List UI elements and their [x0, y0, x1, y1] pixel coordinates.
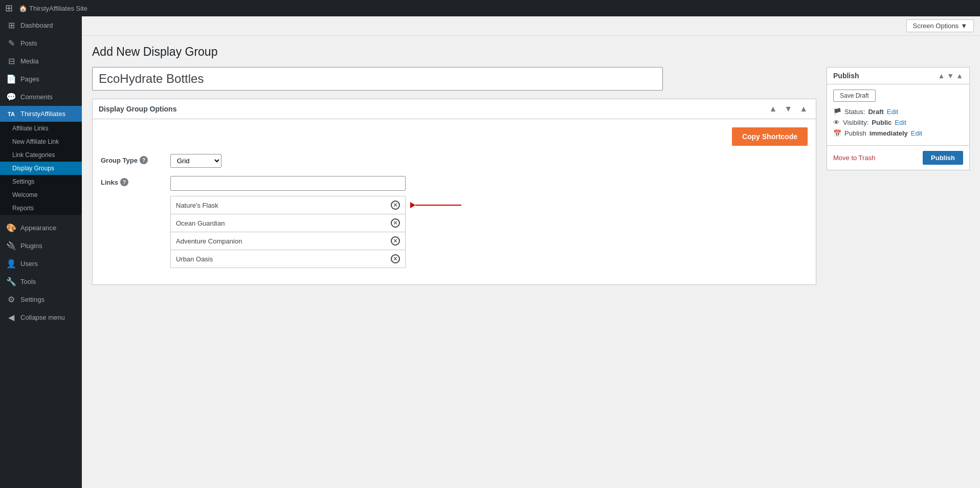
posts-icon: ✎	[6, 38, 16, 48]
copy-shortcode-button[interactable]: Copy Shortcode	[732, 127, 808, 146]
sidebar-item-collapse[interactable]: ◀ Collapse menu	[0, 308, 82, 326]
sidebar-item-users[interactable]: 👤 Users	[0, 255, 82, 273]
publish-expand[interactable]: ▲	[956, 72, 963, 80]
remove-icon: ✕	[391, 236, 400, 246]
status-flag-icon: 🏴	[833, 108, 841, 116]
publish-content: Save Draft 🏴 Status: Draft Edit 👁 Visibi…	[827, 84, 969, 145]
appearance-icon: 🎨	[6, 223, 16, 233]
sidebar-item-plugins[interactable]: 🔌 Plugins	[0, 237, 82, 255]
sidebar-item-thirstyaffiliates[interactable]: TA ThirstyAffiliates	[0, 106, 82, 122]
sidebar-item-posts[interactable]: ✎ Posts	[0, 34, 82, 52]
users-icon: 👤	[6, 259, 16, 269]
publish-visibility-row: 👁 Visibility: Public Edit	[833, 119, 963, 126]
link-item-name: Urban Oasis	[176, 255, 213, 263]
wp-logo[interactable]: ⊞	[5, 3, 13, 14]
publish-time-edit-link[interactable]: Edit	[911, 129, 922, 137]
sidebar-item-settings-bottom[interactable]: ⚙ Settings	[0, 291, 82, 308]
links-search-input[interactable]	[170, 176, 406, 191]
metabox-expand[interactable]: ▲	[797, 103, 810, 115]
group-type-control: Grid List Carousel	[170, 154, 808, 168]
remove-icon: ✕	[391, 254, 400, 263]
publish-header-controls: ▲ ▼ ▲	[938, 72, 963, 80]
main-wrap: Screen Options ▼ Add New Display Group D…	[82, 16, 980, 488]
save-draft-button[interactable]: Save Draft	[833, 90, 876, 102]
status-value: Draft	[868, 108, 883, 116]
link-item-remove-button[interactable]: ✕	[391, 201, 400, 210]
group-type-help-icon[interactable]: ?	[140, 156, 148, 164]
link-item-remove-button[interactable]: ✕	[391, 236, 400, 246]
group-type-select[interactable]: Grid List Carousel	[170, 154, 221, 168]
settings-icon: ⚙	[6, 295, 16, 304]
sidebar-item-pages[interactable]: 📄 Pages	[0, 70, 82, 88]
publish-time-row: 📅 Publish immediately Edit	[833, 129, 963, 137]
publish-collapse-down[interactable]: ▼	[947, 72, 954, 80]
sidebar-item-new-affiliate-link[interactable]: New Affiliate Link	[0, 135, 82, 148]
link-item-name: Nature's Flask	[176, 202, 218, 209]
dashboard-icon: ⊞	[6, 20, 16, 30]
publish-time-value: immediately	[870, 129, 908, 137]
metabox-content: Copy Shortcode Group Type ? Grid List	[93, 119, 816, 284]
display-group-options-metabox: Display Group Options ▲ ▼ ▲ Copy Shortco…	[92, 99, 816, 285]
metabox-collapse-down[interactable]: ▼	[782, 103, 794, 115]
collapse-icon: ◀	[6, 313, 16, 322]
link-item-remove-button[interactable]: ✕	[391, 218, 400, 228]
links-label: Links ?	[101, 176, 162, 186]
publish-title: Publish	[833, 72, 859, 80]
page-content: Add New Display Group Display Group Opti…	[92, 45, 970, 293]
sidebar-item-affiliate-links[interactable]: Affiliate Links	[0, 122, 82, 135]
visibility-value: Public	[872, 119, 892, 126]
sidebar-item-welcome[interactable]: Welcome	[0, 188, 82, 202]
comments-icon: 💬	[6, 92, 16, 102]
links-help-icon[interactable]: ?	[120, 178, 128, 186]
site-name-link[interactable]: 🏠 ThirstyAffiliates Site	[19, 5, 87, 12]
sidebar-item-settings[interactable]: Settings	[0, 175, 82, 188]
visibility-eye-icon: 👁	[833, 119, 840, 126]
publish-status-row: 🏴 Status: Draft Edit	[833, 108, 963, 116]
link-items-list: Nature's Flask ✕	[170, 196, 406, 268]
sidebar-item-comments[interactable]: 💬 Comments	[0, 88, 82, 106]
pages-icon: 📄	[6, 74, 16, 84]
sidebar: ⊞ Dashboard ✎ Posts ⊟ Media 📄 Pages 💬 Co…	[0, 16, 82, 488]
link-item-remove-button[interactable]: ✕	[391, 254, 400, 263]
sidebar-item-reports[interactable]: Reports	[0, 202, 82, 215]
publish-collapse-up[interactable]: ▲	[938, 72, 945, 80]
metabox-collapse-up[interactable]: ▲	[767, 103, 779, 115]
publish-button[interactable]: Publish	[923, 151, 963, 165]
status-edit-link[interactable]: Edit	[887, 108, 898, 116]
group-type-label: Group Type ?	[101, 154, 162, 164]
remove-icon: ✕	[391, 218, 400, 228]
link-item-name: Ocean Guardian	[176, 219, 225, 227]
calendar-icon: 📅	[833, 129, 841, 137]
sidebar-item-link-categories[interactable]: Link Categories	[0, 148, 82, 162]
move-to-trash-link[interactable]: Move to Trash	[833, 154, 875, 162]
sidebar-item-dashboard[interactable]: ⊞ Dashboard	[0, 16, 82, 34]
plugins-icon: 🔌	[6, 241, 16, 251]
screen-options-wrap: Screen Options ▼	[82, 16, 980, 36]
metabox-controls: ▲ ▼ ▲	[767, 103, 810, 115]
thirstyaffiliates-submenu: Affiliate Links New Affiliate Link Link …	[0, 122, 82, 215]
sidebar-item-appearance[interactable]: 🎨 Appearance	[0, 219, 82, 237]
sidebar-item-tools[interactable]: 🔧 Tools	[0, 273, 82, 291]
arrow-annotation	[411, 202, 461, 208]
link-item: Nature's Flask ✕	[170, 196, 406, 214]
post-title-input[interactable]	[92, 67, 663, 91]
link-item: Ocean Guardian ✕	[170, 214, 406, 232]
links-row: Links ? Nature's Flask	[101, 176, 808, 268]
editor-sidebar: Publish ▲ ▼ ▲ Save Draft 🏴 Status:	[827, 67, 970, 170]
metabox-header[interactable]: Display Group Options ▲ ▼ ▲	[93, 99, 816, 119]
screen-options-button[interactable]: Screen Options ▼	[906, 19, 974, 32]
link-item: Urban Oasis ✕	[170, 250, 406, 268]
editor-layout: Display Group Options ▲ ▼ ▲ Copy Shortco…	[92, 67, 970, 293]
links-control: Nature's Flask ✕	[170, 176, 808, 268]
sidebar-item-media[interactable]: ⊟ Media	[0, 52, 82, 70]
remove-icon: ✕	[391, 201, 400, 210]
house-icon: 🏠	[19, 5, 27, 12]
editor-main: Display Group Options ▲ ▼ ▲ Copy Shortco…	[92, 67, 816, 293]
page-title: Add New Display Group	[92, 45, 970, 59]
admin-bar: ⊞ 🏠 ThirstyAffiliates Site	[0, 0, 980, 16]
publish-header: Publish ▲ ▼ ▲	[827, 68, 969, 84]
tools-icon: 🔧	[6, 277, 16, 286]
visibility-edit-link[interactable]: Edit	[895, 119, 906, 126]
group-type-row: Group Type ? Grid List Carousel	[101, 154, 808, 168]
sidebar-item-display-groups[interactable]: Display Groups	[0, 162, 82, 175]
